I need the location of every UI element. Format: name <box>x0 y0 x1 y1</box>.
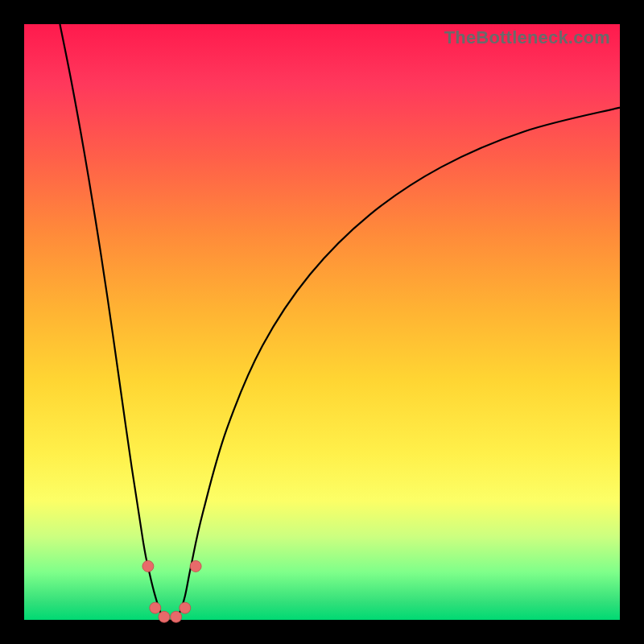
marker-group <box>142 560 201 622</box>
curve-marker <box>190 560 201 572</box>
bottleneck-curve <box>60 24 620 621</box>
curve-marker <box>159 611 170 622</box>
plot-area: TheBottleneck.com <box>24 24 620 620</box>
curve-marker <box>171 611 182 622</box>
curve-marker <box>142 560 154 572</box>
curve-layer <box>24 24 620 620</box>
curve-marker <box>150 602 161 613</box>
chart-frame: TheBottleneck.com <box>0 0 644 644</box>
curve-marker <box>180 602 191 613</box>
